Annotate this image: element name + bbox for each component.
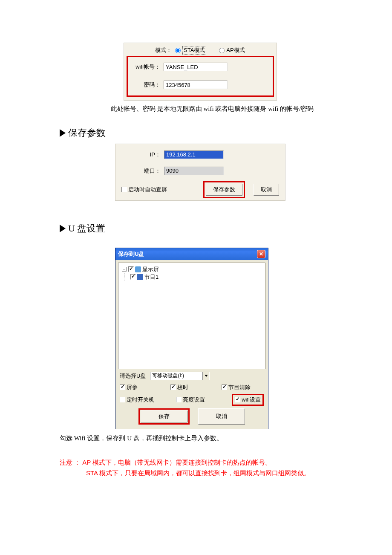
usb-save-window: 保存到U盘 ✕ − 显示屏 节目1 请选择U盘 可移动磁盘(I:) (115, 248, 268, 429)
note-prefix: 注意 ： (60, 459, 81, 466)
radio-sta-label: STA模式 (182, 46, 206, 55)
caption-2: 勾选 Wifi 设置，保存到 U 盘，再插到控制卡上导入参数。 (60, 434, 341, 442)
radio-sta-input[interactable] (175, 48, 181, 53)
close-icon[interactable]: ✕ (257, 250, 265, 258)
note-line2: STA 模式下，只要在局域网内，都可以直接找到卡，组网模式与网口组网类似。 (60, 468, 341, 479)
ip-input[interactable] (164, 150, 224, 159)
screen-icon (135, 266, 141, 272)
chk-wifi-settings[interactable]: wifi设置 (235, 396, 261, 404)
cancel-button[interactable]: 取消 (254, 184, 279, 196)
chevron-down-icon[interactable] (202, 372, 209, 380)
triangle-icon (60, 129, 66, 137)
save-params-panel: IP： 端口： 启动时自动查屏 保存参数 取消 (115, 144, 285, 201)
heading-usb-settings: U 盘设置 (60, 222, 341, 235)
radio-ap-label: AP模式 (226, 46, 245, 54)
chk-screen-params[interactable]: 屏参 (120, 384, 162, 391)
tree-root-label: 显示屏 (142, 266, 159, 273)
checkbox-icon (120, 397, 125, 402)
radio-ap-input[interactable] (219, 48, 225, 53)
checkbox-icon (121, 187, 127, 192)
checkbox-icon (235, 397, 240, 402)
wifi-account-input[interactable] (164, 63, 228, 71)
disk-select[interactable]: 可移动磁盘(I:) (150, 372, 210, 380)
select-disk-label: 请选择U盘 (120, 372, 146, 380)
heading-save-params: 保存参数 (60, 127, 341, 139)
wifi-account-label: wifi帐号： (130, 63, 164, 71)
save-params-button[interactable]: 保存参数 (206, 184, 242, 196)
triangle-icon (60, 225, 66, 232)
tree-collapse-icon[interactable]: − (122, 267, 127, 272)
usb-title-bar: 保存到U盘 ✕ (115, 248, 268, 260)
wifi-password-input[interactable] (164, 81, 228, 89)
chk-brightness[interactable]: 亮度设置 (176, 396, 224, 404)
ip-label: IP： (121, 151, 164, 159)
chk-timer-power[interactable]: 定时开关机 (120, 396, 167, 404)
usb-title-text: 保存到U盘 (118, 250, 144, 258)
wifi-mode-panel: 模式： STA模式 AP模式 wifi帐号： 密码： (124, 43, 277, 101)
note-line1: AP 模式下，电脑（带无线网卡）需要连接到控制卡的热点的帐号。 (82, 459, 271, 466)
wifi-credentials-box: wifi帐号： 密码： (127, 56, 274, 97)
checkbox-icon (170, 384, 176, 390)
chk-time-sync[interactable]: 校时 (170, 384, 213, 391)
usb-tree[interactable]: − 显示屏 节目1 (118, 263, 265, 369)
note-block: 注意 ： AP 模式下，电脑（带无线网卡）需要连接到控制卡的热点的帐号。 STA… (60, 457, 341, 479)
wifi-password-label: 密码： (130, 81, 164, 89)
chk-program-clear[interactable]: 节目清除 (222, 384, 264, 391)
disk-select-value: 可移动磁盘(I:) (152, 372, 184, 379)
caption-1: 此处帐号、密码 是本地无限路由 wifi 或者电脑外接随身 wifi 的帐号/密… (111, 104, 341, 114)
tree-root-check[interactable] (128, 266, 134, 272)
tree-child-check[interactable] (130, 274, 136, 280)
port-input[interactable] (164, 167, 224, 175)
auto-scan-checkbox[interactable]: 启动时自动查屏 (121, 186, 167, 194)
radio-sta[interactable]: STA模式 (175, 46, 206, 55)
tree-child-label: 节目1 (144, 273, 159, 281)
checkbox-icon (222, 384, 227, 390)
radio-ap[interactable]: AP模式 (219, 46, 245, 54)
mode-label: 模式： (133, 46, 175, 54)
checkbox-icon (176, 397, 182, 402)
usb-save-button[interactable]: 保存 (141, 410, 187, 422)
program-icon (137, 274, 143, 280)
port-label: 端口： (121, 167, 164, 175)
checkbox-icon (120, 384, 125, 390)
usb-cancel-button[interactable]: 取消 (198, 408, 245, 425)
